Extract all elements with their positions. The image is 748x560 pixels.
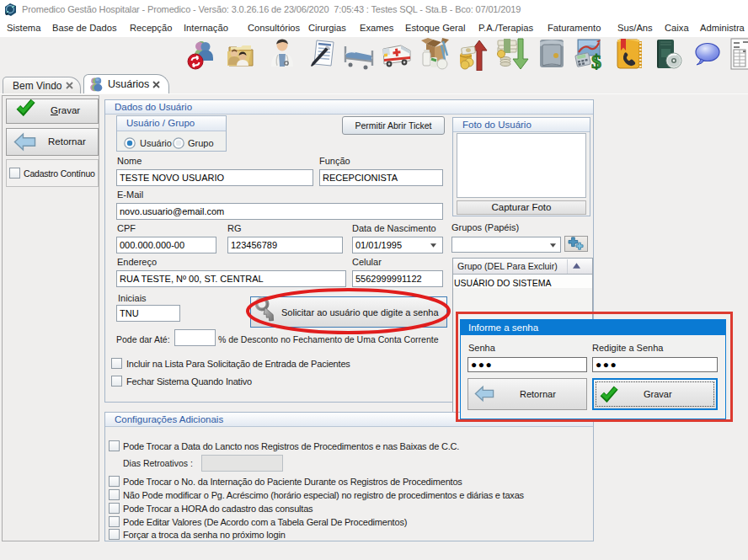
svg-text:$: $: [591, 51, 601, 71]
